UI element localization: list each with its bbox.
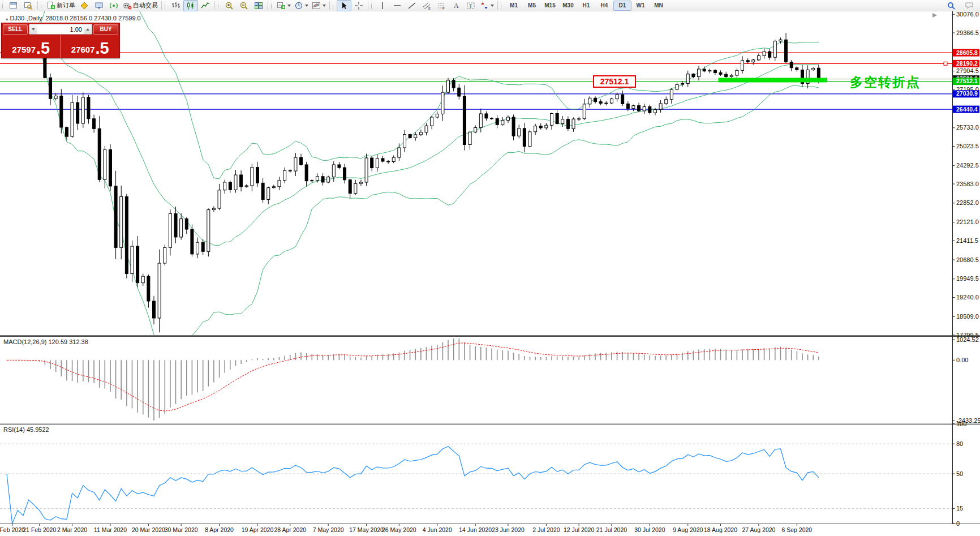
line-chart-button[interactable]: [198, 0, 213, 11]
volume-input[interactable]: [37, 24, 84, 34]
buy-button[interactable]: BUY: [93, 24, 118, 35]
svg-text:E: E: [428, 7, 431, 10]
bar-chart-button[interactable]: [169, 0, 183, 11]
svg-text:25023.5: 25023.5: [956, 143, 979, 149]
gold-icon: [80, 1, 89, 10]
svg-text:F: F: [442, 7, 445, 10]
toolbar-grip: [271, 2, 273, 9]
svg-text:27904.5: 27904.5: [956, 67, 979, 74]
indicators-icon: [277, 1, 286, 10]
chart-marker-icon: ▴: [6, 16, 8, 22]
auto-trading-button[interactable]: 自动交易: [121, 0, 160, 11]
tile-windows-button[interactable]: [251, 0, 266, 11]
terminal-button[interactable]: [92, 0, 106, 11]
buy-price-button[interactable]: 27607.5: [61, 35, 120, 58]
templates-button[interactable]: [310, 0, 328, 11]
svg-text:28190.2: 28190.2: [956, 60, 978, 67]
window-list-button[interactable]: [6, 0, 21, 11]
toolbar-separator: [368, 1, 368, 10]
sell-button[interactable]: SELL: [3, 24, 28, 35]
terminal-icon: [94, 1, 104, 10]
text-label-icon: T: [466, 1, 475, 10]
svg-text:22121.0: 22121.0: [956, 218, 979, 225]
trend-line-icon: [407, 1, 416, 10]
arrows-button[interactable]: [478, 0, 496, 11]
volume-decrease-button[interactable]: [29, 24, 37, 34]
svg-text:9 Aug 2020: 9 Aug 2020: [673, 526, 703, 533]
timeframe-h4-button[interactable]: H4: [595, 1, 613, 11]
sell-price-button[interactable]: 27597.5: [2, 35, 61, 58]
fibonacci-icon: F: [437, 1, 446, 10]
triangle-up-icon: [86, 28, 89, 31]
periods-button[interactable]: [293, 0, 310, 11]
svg-text:15: 15: [956, 505, 963, 512]
chart-canvas[interactable]: 30076.029366.527904.527195.025733.025023…: [0, 11, 980, 536]
toolbar-grip: [2, 2, 5, 9]
svg-text:2 Mar 2020: 2 Mar 2020: [57, 526, 87, 533]
svg-text:27512.1: 27512.1: [956, 78, 978, 84]
window-list-icon: [9, 1, 18, 10]
indicators-button[interactable]: [275, 0, 293, 11]
toolbar-separator: [329, 1, 330, 10]
svg-text:14 Jun 2020: 14 Jun 2020: [459, 526, 492, 533]
timeframe-h1-button[interactable]: H1: [577, 1, 595, 11]
candle-chart-button[interactable]: [183, 0, 198, 11]
svg-text:21 Jul 2020: 21 Jul 2020: [596, 526, 627, 533]
svg-text:1024.52: 1024.52: [956, 336, 979, 343]
svg-text:T: T: [469, 3, 472, 8]
periods-icon: [294, 1, 303, 10]
timeframe-m5-button[interactable]: M5: [523, 1, 541, 11]
gold-button[interactable]: [77, 0, 92, 11]
svg-text:27030.9: 27030.9: [956, 90, 978, 97]
toolbar-grip: [41, 2, 43, 9]
timeframe-d1-button[interactable]: D1: [613, 1, 631, 11]
triangle-down-icon: [32, 28, 35, 31]
dropdown-caret-icon: [305, 5, 308, 7]
svg-text:23583.0: 23583.0: [956, 181, 979, 187]
crosshair-button[interactable]: [351, 0, 366, 11]
search-button[interactable]: [944, 0, 958, 11]
trend-line-button[interactable]: [405, 0, 419, 11]
rsi-indicator-label: RSI(14) 45.9522: [3, 426, 49, 433]
cursor-button[interactable]: [337, 0, 351, 11]
market-watch-button[interactable]: [21, 0, 36, 11]
tile-windows-icon: [254, 1, 263, 10]
turning-point-text-object[interactable]: 多空转折点: [850, 74, 921, 91]
auto-trading-icon: [123, 1, 132, 10]
macd-indicator-label: MACD(12,26,9) 120.59 312.38: [3, 338, 88, 345]
chat-button[interactable]: [962, 0, 977, 11]
zoom-in-button[interactable]: [222, 0, 237, 11]
volume-stepper: [29, 24, 92, 35]
vertical-line-button[interactable]: [375, 0, 390, 11]
timeframe-m30-button[interactable]: M30: [559, 1, 577, 11]
text-button[interactable]: A: [449, 0, 463, 11]
horizontal-line-button[interactable]: [390, 0, 405, 11]
fibonacci-button[interactable]: F: [434, 0, 449, 11]
svg-text:21411.5: 21411.5: [956, 237, 978, 244]
svg-text:19240.0: 19240.0: [956, 294, 979, 301]
toolbar-grip: [371, 2, 373, 9]
equidistant-channel-icon: E: [422, 1, 431, 10]
line-handle[interactable]: [944, 62, 947, 65]
toolbar-grip: [218, 2, 220, 9]
svg-text:Feb 2020: Feb 2020: [0, 526, 25, 533]
timeframe-mn-button[interactable]: MN: [650, 1, 668, 11]
timeframe-m1-button[interactable]: M1: [505, 1, 523, 11]
text-label-button[interactable]: T: [463, 0, 478, 11]
arrows-icon: [480, 1, 489, 10]
line-chart-icon: [201, 1, 210, 10]
new-order-button[interactable]: 新订单: [45, 0, 77, 11]
svg-text:8 Apr 2020: 8 Apr 2020: [205, 526, 234, 533]
zoom-out-button[interactable]: [237, 0, 251, 11]
equidistant-channel-button[interactable]: E: [419, 0, 434, 11]
support-zone-bar-object[interactable]: [719, 78, 828, 82]
signals-button[interactable]: [106, 0, 121, 11]
volume-increase-button[interactable]: [84, 24, 92, 34]
cursor-icon: [339, 1, 349, 10]
svg-text:30 Mar 2020: 30 Mar 2020: [165, 526, 198, 533]
svg-text:7 May 2020: 7 May 2020: [313, 526, 344, 533]
support-price-label-object[interactable]: 27512.1: [593, 75, 636, 88]
timeframe-m15-button[interactable]: M15: [541, 1, 559, 11]
timeframe-w1-button[interactable]: W1: [631, 1, 650, 11]
svg-text:30 Jul 2020: 30 Jul 2020: [634, 526, 665, 533]
